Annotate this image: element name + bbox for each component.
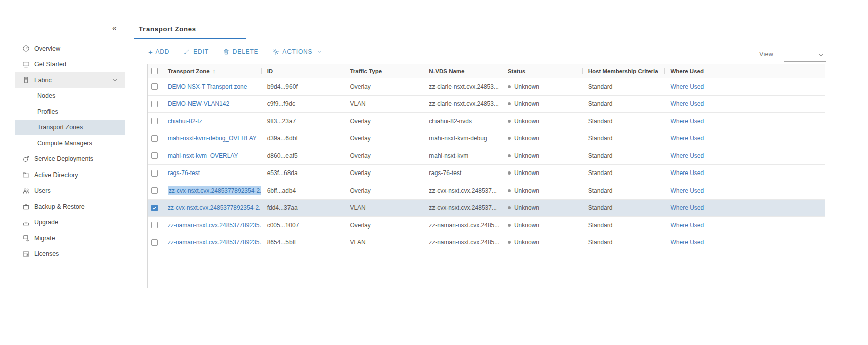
cell-transport-zone: zz-naman-nsxt.cvx.248537789235... [162, 234, 261, 251]
column-header-status[interactable]: Status [502, 64, 582, 78]
transport-zone-link[interactable]: rags-76-test [168, 169, 200, 177]
cell-transport-zone: zz-naman-nsxt.cvx.248537789235... [162, 217, 261, 234]
where-used-link[interactable]: Where Used [670, 100, 704, 107]
sidebar-item-fabric[interactable]: Fabric [15, 72, 125, 88]
column-header-host-membership-criteria[interactable]: Host Membership Criteria [582, 64, 665, 78]
cell-host-membership: Standard [582, 113, 665, 130]
where-used-link[interactable]: Where Used [670, 187, 704, 194]
column-header-label: ID [267, 68, 273, 74]
where-used-link[interactable]: Where Used [670, 152, 704, 159]
cell-traffic-type: Overlay [344, 113, 423, 130]
collapse-sidebar-icon[interactable]: « [112, 24, 117, 32]
where-used-link[interactable]: Where Used [670, 118, 704, 125]
sidebar-item-profiles[interactable]: Profiles [15, 104, 125, 120]
status-unknown-dot [508, 171, 511, 175]
cell-host-membership: Standard [582, 130, 665, 147]
sidebar-item-transport-zones[interactable]: Transport Zones [15, 120, 125, 136]
transport-zone-link[interactable]: zz-cvx-nsxt.cvx.2485377892354-2... [168, 186, 261, 195]
add-button[interactable]: +ADD [148, 48, 169, 56]
cell-where-used: Where Used [664, 217, 825, 234]
where-used-link[interactable]: Where Used [670, 135, 704, 142]
transport-zone-link[interactable]: chiahui-82-tz [168, 118, 202, 125]
row-checkbox[interactable] [151, 222, 158, 228]
transport-zone-link[interactable]: DEMO-NEW-VLAN142 [168, 100, 229, 107]
where-used-link[interactable]: Where Used [670, 222, 704, 229]
sidebar-item-licenses[interactable]: Licenses [15, 246, 125, 262]
sidebar-item-nodes[interactable]: Nodes [15, 88, 125, 104]
cell-transport-zone: zz-cvx-nsxt.cvx.2485377892354-2... [162, 200, 261, 217]
row-checkbox[interactable] [151, 239, 158, 246]
table-row[interactable]: DEMO-NEW-VLAN142 c9f9...f9dc VLAN zz-cla… [148, 96, 825, 113]
sidebar-item-label: Fabric [34, 77, 52, 84]
cell-where-used: Where Used [664, 234, 825, 251]
view-dropdown[interactable] [784, 47, 826, 62]
cell-transport-zone: DEMO-NEW-VLAN142 [162, 96, 261, 113]
column-header-nvds-name[interactable]: N-VDS Name [423, 64, 502, 78]
row-checkbox[interactable] [151, 170, 158, 177]
table-row[interactable]: zz-naman-nsxt.cvx.248537789235... c005..… [148, 217, 825, 234]
table-row[interactable]: chiahui-82-tz 9ff3...23a7 Overlay chiahu… [148, 113, 825, 130]
sidebar-item-migrate[interactable]: Migrate [15, 230, 125, 246]
sidebar-item-get-started[interactable]: Get Started [15, 57, 125, 73]
status-unknown-dot [508, 85, 511, 88]
sidebar-item-active-directory[interactable]: Active Directory [15, 167, 125, 183]
actions-button[interactable]: ACTIONS [272, 48, 323, 55]
table-row[interactable]: zz-cvx-nsxt.cvx.2485377892354-2... 6bff.… [148, 182, 825, 200]
sidebar-item-upgrade[interactable]: Upgrade [15, 215, 125, 231]
where-used-link[interactable]: Where Used [670, 239, 704, 246]
sort-ascending-icon: ↑ [213, 68, 216, 74]
transport-zone-link[interactable]: zz-naman-nsxt.cvx.248537789235... [168, 239, 261, 246]
table-row[interactable]: zz-cvx-nsxt.cvx.2485377892354-2... fdd4.… [148, 200, 825, 217]
sidebar-item-label: Compute Managers [37, 140, 92, 147]
transport-zone-link[interactable]: zz-naman-nsxt.cvx.248537789235... [168, 222, 261, 229]
where-used-link[interactable]: Where Used [670, 169, 704, 177]
row-checkbox-cell [148, 78, 162, 95]
cell-status: Unknown [502, 147, 582, 164]
transport-zone-link[interactable]: DEMO NSX-T Transport zone [168, 83, 247, 90]
column-header-where-used[interactable]: Where Used [664, 64, 825, 78]
table-row[interactable]: DEMO NSX-T Transport zone b9d4...960f Ov… [148, 78, 825, 96]
sidebar-item-label: Overview [34, 45, 60, 52]
row-checkbox[interactable] [151, 135, 158, 142]
sidebar-item-overview[interactable]: Overview [15, 41, 125, 57]
transport-zone-link[interactable]: mahi-nsxt-kvm-debug_OVERLAY [168, 135, 257, 142]
toolbar-button-label: ADD [156, 48, 170, 55]
row-checkbox-cell [148, 182, 162, 199]
edit-button[interactable]: EDIT [183, 48, 209, 55]
plus-icon: + [148, 48, 153, 56]
row-checkbox-cell [148, 147, 162, 164]
cell-id: c9f9...f9dc [261, 96, 344, 113]
column-header-transport-zone[interactable]: Transport Zone ↑ [162, 64, 261, 78]
column-header-id[interactable]: ID [261, 64, 344, 78]
cell-nvds-name: zz-naman-nsxt.cvx.2485... [423, 217, 502, 234]
table-row[interactable]: rags-76-test e53f...68da Overlay rags-76… [148, 165, 825, 183]
trash-icon [223, 48, 230, 55]
where-used-link[interactable]: Where Used [670, 83, 704, 90]
table-row[interactable]: mahi-nsxt-kvm_OVERLAY d860...eaf5 Overla… [148, 147, 825, 165]
row-checkbox[interactable] [151, 101, 158, 107]
table-row[interactable]: zz-naman-nsxt.cvx.248537789235... 8654..… [148, 234, 825, 252]
sidebar-item-service-deployments[interactable]: Service Deployments [15, 151, 125, 167]
sidebar-item-compute-managers[interactable]: Compute Managers [15, 135, 125, 151]
transport-zone-link[interactable]: zz-cvx-nsxt.cvx.2485377892354-2... [168, 204, 261, 211]
select-all-checkbox[interactable] [151, 68, 158, 74]
where-used-link[interactable]: Where Used [670, 204, 704, 211]
cell-id: 9ff3...23a7 [261, 113, 344, 130]
table-row[interactable]: mahi-nsxt-kvm-debug_OVERLAY d39a...6dbf … [148, 130, 825, 148]
row-checkbox[interactable] [151, 152, 158, 159]
row-checkbox[interactable] [151, 118, 158, 124]
sidebar-item-backup-restore[interactable]: Backup & Restore [15, 199, 125, 215]
tab-transport-zones[interactable]: Transport Zones [134, 19, 201, 39]
sidebar-item-users[interactable]: Users [15, 183, 125, 199]
transport-zone-link[interactable]: mahi-nsxt-kvm_OVERLAY [168, 152, 238, 159]
cell-status: Unknown [502, 234, 582, 251]
row-checkbox[interactable] [151, 205, 158, 211]
cell-where-used: Where Used [664, 113, 825, 130]
cell-id: d860...eaf5 [261, 147, 344, 164]
row-checkbox-cell [148, 130, 162, 147]
row-checkbox[interactable] [151, 83, 158, 90]
cell-status: Unknown [502, 200, 582, 217]
delete-button[interactable]: DELETE [223, 48, 258, 55]
column-header-traffic-type[interactable]: Traffic Type [344, 64, 423, 78]
row-checkbox[interactable] [151, 187, 158, 194]
